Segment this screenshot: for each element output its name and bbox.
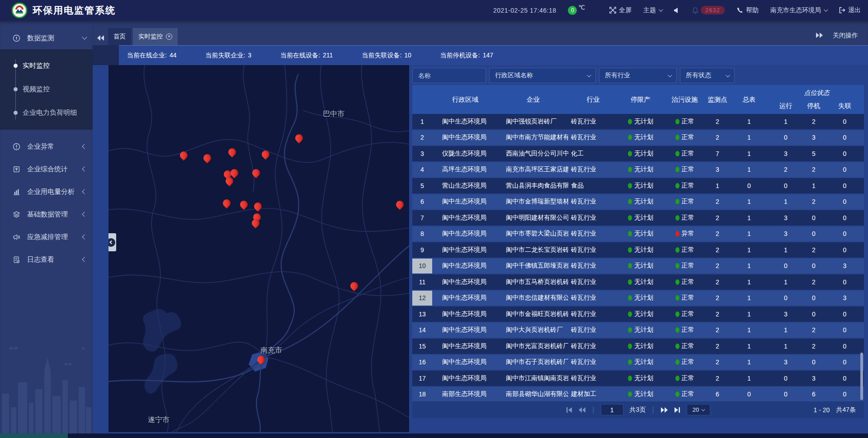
total-count-label: 共47条: [836, 406, 856, 414]
temperature-widget: 0 ℃: [568, 6, 585, 15]
cell-company: 阆中强锐页岩砖厂: [498, 114, 568, 129]
org-dropdown[interactable]: 南充市生态环境局: [770, 6, 827, 14]
industry-filter-select[interactable]: 所有行业: [599, 68, 677, 83]
first-page-button[interactable]: [566, 407, 572, 413]
map-panel[interactable]: 巴中市南充市遂宁市: [108, 65, 409, 432]
help-button[interactable]: 帮助: [736, 6, 759, 14]
logout-button[interactable]: 退出: [839, 6, 861, 14]
cell-facility-status: 正常: [663, 323, 706, 338]
cell-limit-status: 无计划: [618, 226, 663, 242]
table-row[interactable]: 18南部生态环境局南部县砌华山湖有限公建材加工无计划正常60060: [412, 387, 864, 402]
cell-points: 2: [706, 259, 729, 274]
scroll-tabs-left-button[interactable]: [97, 35, 104, 41]
sidebar-subitem-1[interactable]: 实时监控: [0, 54, 93, 77]
prev-page-icon: [579, 407, 586, 413]
table-row[interactable]: 4高坪生态环境局南充市高坪区王家店建砖瓦行业无计划正常31220: [412, 162, 864, 178]
status-dot-green-icon: [628, 215, 632, 221]
pager-summary: 1 - 20 共47条: [814, 401, 856, 418]
table-row[interactable]: 17阆中生态环境局阆中市江南镇阆南页岩砖瓦行业无计划正常21030: [412, 371, 864, 386]
stats-bar: 当前在线企业:44当前失联企业:3当前在线设备:211当前失联设备:10当前停机…: [93, 45, 868, 65]
cell-run-text: 3: [784, 358, 788, 366]
theme-dropdown[interactable]: 主题: [643, 6, 662, 14]
page-size-select[interactable]: 20: [687, 404, 710, 415]
stat-item-4: 当前失联设备:10: [362, 52, 411, 60]
last-page-button[interactable]: [674, 407, 680, 413]
status-dot-green-icon: [628, 231, 632, 236]
region-filter-select[interactable]: 行政区域名称: [489, 68, 596, 83]
table-row[interactable]: 3仪陇生态环境局西南油气田分公司川中化工无计划正常71350: [412, 146, 864, 161]
sidebar-item-2[interactable]: 企业异常: [0, 135, 93, 158]
table-row[interactable]: 5营山生态环境局营山县润丰肉食品有限食品无计划正常10010: [412, 178, 864, 193]
sidebar-subitem-3[interactable]: 企业电力负荷明细: [0, 101, 93, 124]
table-row[interactable]: 15阆中生态环境局阆中市光富页岩机砖厂砖瓦行业无计划正常21120: [412, 339, 864, 354]
cell-company: 阆中市金福旺页岩机砖: [498, 306, 568, 322]
cell-limit-status: 无计划: [618, 259, 663, 274]
cell-run: 3: [769, 146, 802, 161]
table-row[interactable]: 10阆中生态环境局阆中千佛镇五郎垭页岩砖瓦行业无计划正常21003: [412, 259, 864, 274]
table-row[interactable]: 1阆中生态环境局阆中强锐页岩砖厂砖瓦行业无计划正常21120: [412, 114, 864, 129]
fullscreen-button[interactable]: 全屏: [609, 6, 632, 14]
cell-industry: 砖瓦行业: [568, 114, 618, 129]
tab-2[interactable]: 实时监控×: [133, 28, 178, 45]
table-row[interactable]: 6阆中生态环境局阆中市金博瑞新型墙材砖瓦行业无计划正常21120: [412, 194, 864, 210]
table-scrollbar-thumb[interactable]: [860, 353, 863, 400]
cell-region-text: 阆中生态环境局: [442, 342, 486, 350]
table-row[interactable]: 12阆中生态环境局阆中市忠信建材有限公砖瓦行业无计划正常21003: [412, 291, 864, 306]
cell-stop-text: 0: [812, 230, 816, 237]
status-filter-select[interactable]: 所有状态: [680, 68, 735, 83]
announcement-button[interactable]: [674, 7, 680, 14]
cell-company-text: 阆中市江南镇阆南页岩: [506, 374, 568, 382]
table-row[interactable]: 9阆中生态环境局阆中市二龙长宝页岩砖砖瓦行业无计划正常21120: [412, 242, 864, 258]
cell-company-text: 营山县润丰肉食品有限: [506, 182, 568, 190]
cell-stop: 2: [802, 274, 826, 290]
cell-region: 阆中生态环境局: [432, 242, 498, 258]
name-filter-field[interactable]: [412, 68, 486, 83]
table-row[interactable]: 16阆中生态环境局阆中市石子页岩机砖厂砖瓦行业无计划正常21300: [412, 355, 864, 370]
logout-label: 退出: [848, 6, 861, 14]
notifications-button[interactable]: 2632: [692, 6, 725, 14]
sidebar-item-4[interactable]: 企业用电量分析: [0, 180, 93, 203]
cell-facility-status-text: 正常: [682, 374, 694, 382]
sidebar-item-6[interactable]: 应急减排管理: [0, 226, 93, 248]
last-page-icon: [674, 407, 680, 413]
prev-page-button[interactable]: [579, 407, 586, 413]
cell-industry-text: 砖瓦行业: [571, 326, 596, 334]
scroll-tabs-right-button[interactable]: [816, 32, 823, 39]
name-filter-input[interactable]: [418, 72, 480, 79]
cell-points: 2: [706, 226, 729, 242]
page-number-input[interactable]: [601, 404, 623, 415]
sidebar-item-3[interactable]: 企业综合统计: [0, 158, 93, 180]
cell-lost-text: 3: [843, 294, 847, 301]
table-row[interactable]: 7阆中生态环境局阆中明阳建材有限公司砖瓦行业无计划正常21300: [412, 210, 864, 226]
stat-value: 147: [483, 52, 493, 59]
map-collapse-button[interactable]: [108, 233, 116, 251]
next-page-icon: [660, 407, 668, 413]
status-dot-green-icon: [675, 279, 679, 285]
cell-facility-status-text: 正常: [682, 294, 694, 302]
status-dot-green-icon: [628, 167, 632, 172]
status-dot-green-icon: [675, 119, 679, 124]
sidebar-subitem-2[interactable]: 视频监控: [0, 77, 93, 101]
notification-count-badge: 2632: [701, 6, 725, 14]
table-row[interactable]: 13阆中生态环境局阆中市金福旺页岩机砖砖瓦行业无计划正常21300: [412, 306, 864, 322]
table-row[interactable]: 14阆中生态环境局阆中大兴页岩机砖厂砖瓦行业无计划正常21120: [412, 323, 864, 338]
col-company: 企业: [498, 85, 568, 114]
cell-region: 阆中生态环境局: [432, 323, 498, 338]
next-page-button[interactable]: [660, 407, 668, 413]
table-row[interactable]: 8阆中生态环境局阆中市枣碧大梁山页岩砖瓦行业无计划异常21300: [412, 226, 864, 242]
cell-industry: 砖瓦行业: [568, 130, 618, 146]
table-row[interactable]: 2阆中生态环境局阆中市南方节能建材有砖瓦行业无计划正常21030: [412, 130, 864, 146]
status-dot-red-icon: [675, 231, 679, 236]
tab-close-icon[interactable]: ×: [166, 33, 172, 40]
cell-limit-status-text: 无计划: [634, 230, 653, 238]
cell-facility-status: 正常: [663, 291, 706, 306]
cell-points: 2: [706, 291, 729, 306]
sidebar-item-7[interactable]: 日志查看: [0, 248, 93, 271]
close-operations-button[interactable]: 关闭操作: [833, 32, 858, 40]
table-row[interactable]: 11阆中生态环境局阆中市五马桥页岩机砖砖瓦行业无计划正常21120: [412, 274, 864, 290]
sidebar-item-1[interactable]: 数据监测: [0, 27, 93, 49]
cell-run: 0: [769, 371, 802, 386]
cell-facility-status: 正常: [663, 162, 706, 178]
sidebar-item-5[interactable]: 基础数据管理: [0, 203, 93, 226]
tab-1[interactable]: 首页: [108, 28, 131, 45]
